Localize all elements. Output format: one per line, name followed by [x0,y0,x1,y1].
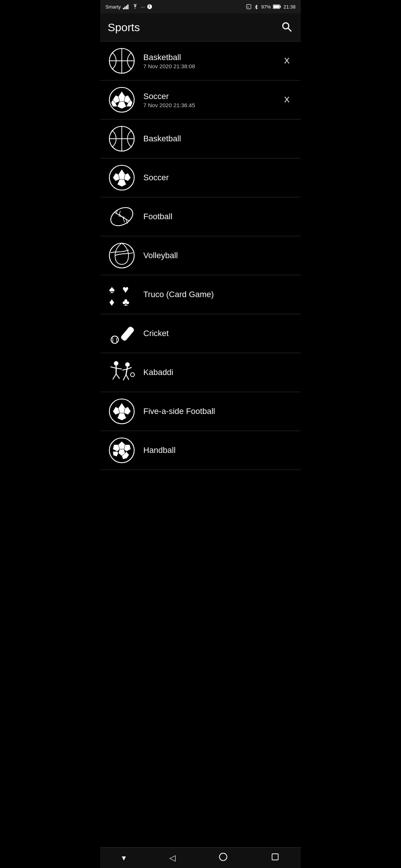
search-icon [281,22,292,32]
svg-rect-0 [123,8,124,9]
svg-marker-61 [117,413,126,421]
list-item-handball[interactable]: Handball [100,431,301,470]
list-item-football[interactable]: Football [100,197,301,236]
svg-line-55 [126,375,129,380]
home-circle-icon [219,852,228,861]
remove-basketball-button[interactable]: X [280,53,294,69]
svg-marker-25 [118,169,125,179]
basketball-name: Basketball [143,134,294,144]
nav-recents-button[interactable] [264,851,287,865]
svg-line-53 [127,367,131,369]
svg-marker-65 [113,445,120,451]
recent-soccer-name: Soccer [143,92,280,101]
cards-icon: ♠ ♥ ♦ ♣ [107,280,137,309]
signal-icon [123,4,130,9]
list-item-cricket[interactable]: Cricket [100,314,301,353]
soccer-name: Soccer [143,173,294,183]
cricket-name: Cricket [143,329,294,338]
nfc-icon: N [246,4,251,9]
five-a-side-info: Five-a-side Football [143,407,294,416]
svg-marker-17 [118,91,125,101]
svg-rect-11 [280,6,281,7]
svg-rect-1 [124,7,125,9]
handball-icon [107,435,137,465]
svg-text:♦: ♦ [109,296,115,308]
svg-line-48 [113,374,116,379]
nav-back-button[interactable]: ▾ [114,851,133,865]
list-item-soccer[interactable]: Soccer [100,158,301,197]
svg-rect-70 [272,854,278,860]
bluetooth-icon [254,4,259,9]
svg-marker-63 [118,441,125,449]
svg-marker-28 [117,180,126,187]
svg-text:f: f [149,5,150,9]
svg-marker-59 [113,407,120,415]
truco-info: Truco (Card Game) [143,290,294,299]
wifi-icon [132,4,138,9]
recent-soccer-date: 7 Nov 2020 21:36:45 [143,102,280,108]
nav-home-button[interactable] [211,850,235,866]
svg-rect-12 [274,5,280,8]
svg-point-50 [125,362,130,367]
list-item-five-a-side[interactable]: Five-a-side Football [100,392,301,431]
recents-square-icon [271,853,279,861]
svg-rect-2 [126,6,127,9]
kabaddi-info: Kabaddi [143,368,294,377]
search-button[interactable] [280,20,293,34]
time-display: 21:38 [283,4,296,10]
svg-line-47 [116,368,122,369]
svg-point-43 [111,336,118,343]
svg-line-49 [116,374,120,379]
five-a-side-icon [107,397,137,426]
football-name: Football [143,212,294,221]
handball-name: Handball [143,445,294,455]
handball-info: Handball [143,445,294,455]
svg-point-44 [114,361,118,366]
svg-text:♣: ♣ [123,296,130,308]
recent-item-basketball[interactable]: Basketball 7 Nov 2020 21:38:08 X [100,42,301,80]
soccer-recent-icon [107,85,137,115]
page-title: Sports [108,21,140,34]
basketball-icon [107,124,137,154]
sports-list: Basketball 7 Nov 2020 21:38:08 X Soccer … [100,42,301,847]
battery-icon [273,4,281,9]
svg-text:♥: ♥ [123,283,129,295]
list-item-truco[interactable]: ♠ ♥ ♦ ♣ Truco (Card Game) [100,275,301,314]
volleyball-info: Volleyball [143,251,294,260]
svg-point-69 [219,853,227,861]
status-right: N 97% 21:38 [246,4,296,10]
soccer-info: Soccer [143,173,294,183]
svg-line-54 [123,375,126,380]
svg-line-51 [126,367,127,375]
basketball-info: Basketball [143,134,294,144]
nav-back-arrow-button[interactable]: ◁ [162,851,183,865]
svg-marker-20 [117,102,126,109]
basketball-recent-icon [107,46,137,76]
signal-dots: ··· [141,4,145,10]
recent-soccer-info: Soccer 7 Nov 2020 21:36:45 [143,92,280,108]
list-item-basketball[interactable]: Basketball [100,119,301,158]
svg-line-46 [111,367,116,368]
soccer-icon [107,163,137,193]
svg-line-14 [288,28,291,31]
list-item-volleyball[interactable]: Volleyball [100,236,301,275]
five-a-side-name: Five-a-side Football [143,407,294,416]
svg-marker-60 [124,407,131,415]
app-header: Sports [100,13,301,42]
svg-marker-27 [124,173,131,181]
football-info: Football [143,212,294,221]
svg-rect-3 [127,4,128,9]
recent-item-soccer[interactable]: Soccer 7 Nov 2020 21:36:45 X [100,80,301,119]
navigation-bar: ▾ ◁ [100,847,301,868]
volleyball-name: Volleyball [143,251,294,260]
svg-rect-42 [120,326,135,342]
cricket-info: Cricket [143,329,294,338]
truco-name: Truco (Card Game) [143,290,294,299]
svg-point-56 [131,373,135,377]
kabaddi-icon [107,358,137,387]
svg-text:♠: ♠ [109,283,115,295]
remove-soccer-button[interactable]: X [280,92,294,108]
facebook-icon: f [147,4,152,9]
svg-marker-68 [113,451,118,457]
list-item-kabaddi[interactable]: Kabaddi [100,353,301,392]
